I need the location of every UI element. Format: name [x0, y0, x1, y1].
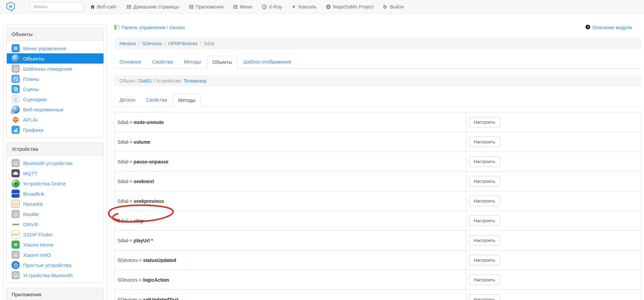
breadcrumb-link-0[interactable]: Начало: [119, 41, 136, 46]
sidebar-item-objects[interactable]: Объекты: [7, 53, 103, 64]
breadcrumb-link-1[interactable]: SDevices: [142, 41, 162, 46]
module-help-link[interactable]: ? Описание модуля: [585, 24, 632, 31]
majordomo-logo-icon[interactable]: M: [5, 1, 16, 12]
configure-button-volume[interactable]: Настроить: [469, 137, 500, 147]
nav-item-label: Домашние страницы: [133, 4, 179, 10]
method-row-pause-unpause: Sdial-> pause-unpauseНастроить: [115, 152, 641, 172]
configure-button-setUpdatedText[interactable]: Настроить: [469, 294, 500, 300]
sidebar-item-simple-devices[interactable]: Простые устройства: [7, 260, 103, 270]
method-row-volume: Sdial-> volumeНастроить: [115, 132, 641, 152]
panel-icon: [114, 25, 119, 31]
configure-button-seekprevious[interactable]: Настроить: [469, 196, 500, 206]
tab-object-details[interactable]: Детали: [114, 94, 140, 107]
module-breadcrumb-label: Панель управления / classes: [121, 25, 185, 30]
nav-item-label: MajorDoMo Project: [333, 4, 374, 10]
sidebar-item-mqtt[interactable]: MQTT: [7, 168, 103, 178]
svg-text:M: M: [15, 162, 17, 165]
object-bar: Объект:Dial01/Устройство:Телевизор: [114, 75, 641, 86]
tab-object-methods[interactable]: Методы: [173, 94, 201, 107]
nav-item-xray[interactable]: X-Ray: [257, 0, 287, 14]
tab-class-properties[interactable]: Свойства: [147, 56, 178, 69]
tab-class-methods[interactable]: Методы: [179, 56, 206, 69]
sidebar-item-label: ONVIF: [23, 222, 39, 227]
nav-item-logout[interactable]: Выйти: [378, 0, 409, 14]
sidebar-item-plans[interactable]: Планы: [7, 74, 103, 84]
sidebar-item-scenes[interactable]: Сцены: [7, 84, 103, 94]
object-link[interactable]: Dial01: [138, 78, 152, 84]
home-icon: [90, 4, 95, 9]
nav-item-website[interactable]: Веб-сайт: [86, 0, 122, 14]
nav-item-applications[interactable]: Приложения: [184, 0, 228, 14]
device-link[interactable]: Телевизор: [183, 78, 206, 84]
search-input[interactable]: [30, 2, 83, 12]
sidebar-item-behavior-templates[interactable]: MШаблоны поведения: [7, 64, 103, 74]
tab-class-objects[interactable]: Объекты: [207, 56, 238, 69]
sidebar-panel-objects: ОбъектыМеню управленияОбъектыMШаблоны по…: [6, 28, 104, 138]
nav-item-console[interactable]: Консоль: [287, 0, 321, 14]
sidebar-item-label: SSDP Finder: [23, 232, 53, 237]
nav-item-home-pages[interactable]: Домашние страницы: [122, 0, 184, 14]
method-name: stop: [134, 218, 144, 224]
method-prefix: Sdial->: [117, 218, 132, 224]
sidebar-item-onvif[interactable]: OnvifONVIF: [7, 219, 103, 229]
sidebar-item-label: Xiaomi Home: [23, 242, 54, 248]
sidebar-item-scenarios[interactable]: Сценарии: [7, 94, 103, 104]
sidebar-item-label: Noolite: [23, 211, 39, 217]
sidebar-item-online-devices[interactable]: Устройства Online: [7, 178, 103, 189]
method-name: mute-unmute: [134, 120, 164, 125]
tab-object-properties[interactable]: Свойства: [141, 94, 172, 107]
scenes-icon: [12, 85, 20, 93]
nav-item-menu[interactable]: Меню: [228, 0, 258, 14]
sidebar-item-bluetooth-devices[interactable]: MBluetooth-устройства: [7, 158, 103, 168]
configure-button-stop[interactable]: Настроить: [469, 215, 500, 226]
method-row-playUrl: Sdial-> playUrl*Настроить: [115, 231, 641, 250]
method-name: seeknext: [134, 179, 154, 184]
method-name: logicAction: [143, 277, 169, 283]
method-row-stop: Sdial-> stopНастроить: [115, 211, 641, 231]
configure-button-playUrl[interactable]: Настроить: [469, 235, 500, 246]
configure-button-pause-unpause[interactable]: Настроить: [469, 156, 500, 167]
sidebar-item-control-menu[interactable]: Меню управления: [7, 43, 103, 53]
method-name-cell: Sdial-> seeknext: [115, 172, 466, 191]
breadcrumb-separator: /: [200, 41, 201, 46]
sidebar-item-noolite[interactable]: MNoolite: [7, 209, 103, 219]
sidebar-item-broadlink[interactable]: BroadLinkBroadlink: [7, 189, 103, 199]
api-ai-icon: [12, 116, 20, 124]
sidebar-item-xiaomi-miio[interactable]: MXiaomi miIO: [7, 250, 103, 260]
method-action-cell: Настроить: [466, 152, 641, 172]
sidebar-item-ssdp-finder[interactable]: UPnPSSDP Finder: [7, 229, 103, 240]
method-prefix: SDevices->: [117, 297, 142, 300]
configure-button-seeknext[interactable]: Настроить: [469, 176, 500, 187]
breadcrumb-link-2[interactable]: UPNPdevices: [168, 41, 197, 46]
sidebar-item-label: Шаблоны поведения: [23, 66, 72, 72]
breadcrumb-current: Sdial: [204, 41, 214, 46]
sidebar-item-devices-bluetooth[interactable]: MУстройства Bluetooth: [7, 270, 103, 280]
sidebar-item-xiaomi-home[interactable]: MXiaomi Home: [7, 240, 103, 250]
sidebar-item-homekit[interactable]: HomeKit: [7, 199, 103, 209]
main-content: Панель управления / classes ? Описание м…: [114, 24, 641, 300]
method-action-cell: Настроить: [466, 290, 641, 300]
sidebar-panel-applications: Приложения: [6, 288, 104, 300]
breadcrumb-separator: /: [165, 41, 166, 46]
configure-button-logicAction[interactable]: Настроить: [469, 275, 500, 285]
method-name: statusUpdated: [143, 258, 176, 263]
list-icon: [127, 4, 131, 9]
configure-button-statusUpdated[interactable]: Настроить: [469, 255, 500, 265]
method-name-cell: SDevices-> statusUpdated: [115, 250, 466, 270]
method-prefix: Sdial->: [117, 159, 132, 164]
sidebar-item-web-variables[interactable]: Веб-переменные: [7, 104, 103, 114]
method-action-cell: Настроить: [466, 231, 641, 250]
nav-item-label: Выйти: [390, 4, 404, 10]
tab-class-main[interactable]: Основное: [114, 56, 146, 69]
tab-class-display-template[interactable]: Шаблон отображения: [238, 56, 296, 69]
configure-button-mute-unmute[interactable]: Настроить: [469, 117, 500, 127]
sidebar-item-label: Сцены: [23, 86, 39, 92]
nav-item-majordomo-project[interactable]: MajorDoMo Project: [321, 0, 378, 14]
top-navbar: M Веб-сайтДомашние страницыПриложенияМен…: [0, 0, 644, 14]
method-name-cell: SDevices-> setUpdatedText: [115, 290, 466, 300]
broadlink-icon: BroadLink: [12, 190, 20, 198]
module-breadcrumb-link[interactable]: Панель управления / classes: [114, 25, 185, 31]
sidebar-item-charts[interactable]: Графики: [7, 125, 103, 135]
charts-icon: [12, 126, 20, 134]
sidebar-item-api-ai[interactable]: API.AI: [7, 114, 103, 125]
